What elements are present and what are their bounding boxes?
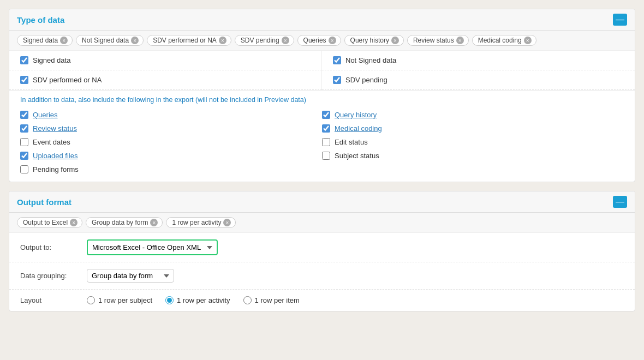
- cb-subject-status[interactable]: [322, 152, 330, 160]
- layout-row: Layout 1 row per subject1 row per activi…: [9, 290, 635, 311]
- data-grouping-label: Data grouping:: [20, 272, 80, 280]
- layout-option-activity-label: 1 row per activity: [177, 296, 230, 304]
- tag-row-activity-remove[interactable]: ×: [223, 219, 231, 226]
- layout-label: Layout: [20, 296, 80, 304]
- add-check-right-3: Subject status: [322, 149, 624, 163]
- data-grouping-select[interactable]: Group data by formNo groupingGroup by si…: [87, 269, 174, 283]
- tag-not-signed-remove[interactable]: ×: [131, 37, 139, 44]
- tag-review-status: Review status×: [407, 35, 469, 46]
- cb-query-history[interactable]: [322, 111, 330, 119]
- add-check-right-1: Medical coding: [322, 122, 624, 135]
- tag-queries: Queries×: [297, 35, 341, 46]
- tag-excel-remove[interactable]: ×: [70, 219, 77, 226]
- type-of-data-title: Type of data: [17, 15, 64, 25]
- primary-checkbox-row-1: Not Signed data: [322, 51, 635, 70]
- cb-edit-status[interactable]: [322, 138, 330, 146]
- primary-checkbox-row-3: SDV pending: [322, 70, 635, 90]
- layout-option-activity[interactable]: 1 row per activity: [165, 296, 230, 304]
- layout-radio-activity[interactable]: [165, 296, 174, 304]
- data-grouping-row: Data grouping: Group data by formNo grou…: [9, 262, 635, 290]
- tag-sdv-performed-remove[interactable]: ×: [219, 37, 226, 44]
- layout-option-subject[interactable]: 1 row per subject: [87, 296, 152, 304]
- cb-queries-label[interactable]: Queries: [33, 111, 58, 119]
- layout-radio-item[interactable]: [243, 296, 252, 304]
- tag-queries-remove[interactable]: ×: [329, 37, 336, 44]
- cb-queries[interactable]: [20, 111, 28, 119]
- cb-sdv-performed[interactable]: [20, 76, 28, 84]
- add-check-left-3: Uploaded files: [20, 149, 322, 163]
- cb-pending-forms[interactable]: [20, 165, 28, 173]
- add-check-left-1: Review status: [20, 122, 322, 135]
- output-format-body: Output to: Microsoft Excel - Office Open…: [9, 233, 635, 311]
- primary-checkbox-row-2: SDV performed or NA: [9, 70, 322, 90]
- cb-subject-status-label[interactable]: Subject status: [335, 152, 379, 160]
- cb-medical-coding[interactable]: [322, 124, 330, 133]
- tag-signed-data-remove[interactable]: ×: [60, 37, 68, 44]
- cb-signed-label[interactable]: Signed data: [33, 56, 70, 64]
- cb-event-dates-label[interactable]: Event dates: [33, 138, 70, 146]
- layout-option-item-label: 1 row per item: [255, 296, 300, 304]
- cb-sdv-pending[interactable]: [333, 76, 341, 84]
- type-of-data-section: Type of data — Signed data×Not Signed da…: [9, 9, 635, 182]
- tag-medical-coding: Medical coding×: [472, 35, 536, 46]
- type-of-data-body: Signed dataNot Signed dataSDV performed …: [9, 51, 635, 182]
- tag-group-form: Group data by form×: [86, 217, 163, 228]
- layout-option-item[interactable]: 1 row per item: [243, 296, 300, 304]
- cb-sdv-performed-label[interactable]: SDV performed or NA: [33, 76, 102, 84]
- cb-uploaded-files-label[interactable]: Uploaded files: [33, 152, 77, 160]
- tag-query-history-remove[interactable]: ×: [391, 37, 399, 44]
- type-of-data-collapse-btn[interactable]: —: [613, 14, 627, 26]
- type-of-data-header: Type of data —: [9, 9, 635, 31]
- layout-option-subject-label: 1 row per subject: [98, 296, 152, 304]
- layout-radio-subject[interactable]: [87, 296, 95, 304]
- output-to-row: Output to: Microsoft Excel - Office Open…: [9, 233, 635, 262]
- cb-pending-forms-label[interactable]: Pending forms: [33, 165, 79, 173]
- output-to-select[interactable]: Microsoft Excel - Office Open XMLCSVSASS…: [87, 239, 218, 255]
- additional-checkboxes: QueriesQuery historyReview statusMedical…: [9, 106, 635, 182]
- type-of-data-tags-bar: Signed data×Not Signed data×SDV performe…: [9, 31, 635, 51]
- tag-medical-coding-remove[interactable]: ×: [524, 37, 532, 44]
- tag-sdv-pending-remove[interactable]: ×: [282, 37, 289, 44]
- output-format-title: Output format: [17, 197, 71, 207]
- layout-radio-group: 1 row per subject1 row per activity1 row…: [87, 296, 300, 304]
- add-check-left-2: Event dates: [20, 135, 322, 149]
- cb-signed[interactable]: [20, 56, 28, 64]
- tag-row-activity: 1 row per activity×: [166, 217, 236, 228]
- tag-group-form-remove[interactable]: ×: [150, 219, 158, 226]
- cb-not-signed-label[interactable]: Not Signed data: [345, 56, 396, 64]
- output-format-section: Output format — Output to Excel×Group da…: [9, 191, 635, 311]
- tag-query-history: Query history×: [344, 35, 404, 46]
- tag-excel: Output to Excel×: [17, 217, 82, 228]
- output-format-collapse-btn[interactable]: —: [613, 196, 627, 208]
- primary-checkbox-row-0: Signed data: [9, 51, 322, 70]
- cb-edit-status-label[interactable]: Edit status: [335, 138, 368, 146]
- add-check-right-0: Query history: [322, 108, 624, 122]
- cb-not-signed[interactable]: [333, 56, 341, 64]
- add-check-left-4: Pending forms: [20, 163, 322, 176]
- tag-signed-data: Signed data×: [17, 35, 73, 46]
- primary-checkboxes-grid: Signed dataNot Signed dataSDV performed …: [9, 51, 635, 91]
- tag-not-signed: Not Signed data×: [76, 35, 144, 46]
- cb-review-status[interactable]: [20, 124, 28, 133]
- cb-uploaded-files[interactable]: [20, 152, 28, 160]
- output-to-label: Output to:: [20, 243, 80, 251]
- tag-sdv-performed: SDV performed or NA×: [147, 35, 231, 46]
- output-format-header: Output format —: [9, 191, 635, 213]
- add-check-left-0: Queries: [20, 108, 322, 122]
- add-check-right-2: Edit status: [322, 135, 624, 149]
- tag-sdv-pending: SDV pending×: [235, 35, 294, 46]
- cb-review-status-label[interactable]: Review status: [33, 124, 77, 133]
- output-format-tags-bar: Output to Excel×Group data by form×1 row…: [9, 213, 635, 233]
- cb-event-dates[interactable]: [20, 138, 28, 146]
- additional-grid: QueriesQuery historyReview statusMedical…: [20, 108, 624, 176]
- tag-review-status-remove[interactable]: ×: [456, 37, 464, 44]
- info-text: In addition to data, also include the fo…: [9, 91, 635, 106]
- cb-medical-coding-label[interactable]: Medical coding: [335, 124, 382, 133]
- cb-query-history-label[interactable]: Query history: [335, 111, 377, 119]
- cb-sdv-pending-label[interactable]: SDV pending: [345, 76, 387, 84]
